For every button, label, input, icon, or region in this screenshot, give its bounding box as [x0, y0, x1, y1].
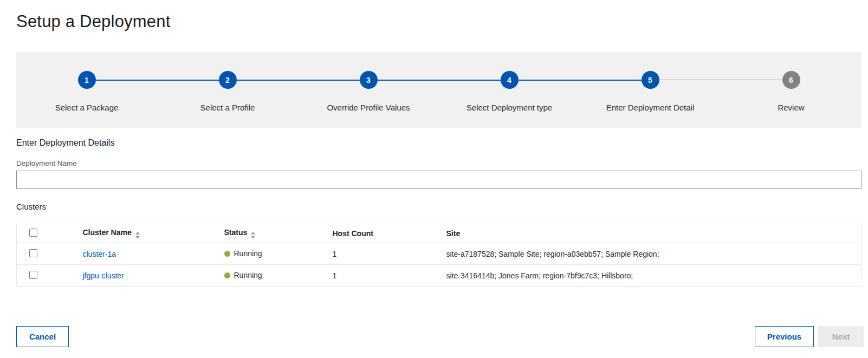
wizard-footer: Cancel Previous Next [16, 326, 864, 347]
deployment-name-input[interactable] [16, 171, 861, 189]
sort-icon[interactable] [251, 232, 255, 239]
column-header-host-count: Host Count [333, 229, 373, 238]
row-checkbox[interactable] [29, 271, 37, 279]
step-connector [157, 80, 219, 81]
step-connector [800, 80, 862, 81]
site-value: site-a7187528; Sample Site; region-a03eb… [446, 243, 861, 265]
step-select-package[interactable]: 1 Select a Package [16, 71, 157, 112]
step-override-profile-values[interactable]: 3 Override Profile Values [298, 71, 439, 112]
step-label: Enter Deployment Detail [606, 103, 695, 112]
step-review[interactable]: 6 Review [721, 71, 861, 112]
step-connector [16, 80, 78, 81]
select-all-checkbox[interactable] [29, 229, 37, 237]
step-connector [298, 80, 360, 81]
next-button[interactable]: Next [818, 326, 864, 347]
status-text: Running [234, 271, 262, 279]
host-count-value: 1 [333, 265, 446, 287]
step-connector [96, 80, 158, 81]
step-enter-deployment-detail[interactable]: 5 Enter Deployment Detail [580, 71, 721, 112]
status-text: Running [234, 249, 262, 258]
section-heading-enter-deployment-details: Enter Deployment Details [16, 138, 861, 148]
row-checkbox[interactable] [29, 249, 37, 257]
step-track: 3 [298, 71, 439, 89]
page-title: Setup a Deployment [16, 12, 861, 31]
step-label: Select a Profile [200, 103, 255, 112]
step-connector [378, 80, 439, 81]
step-number-badge: 6 [782, 71, 800, 89]
table-header-row: Cluster Name Status Host Count Site [17, 224, 861, 243]
step-connector [580, 80, 642, 81]
status-running-dot-icon [224, 251, 230, 257]
status-badge: Running [224, 249, 262, 258]
wizard-stepper: 1 Select a Package 2 Select a Profile 3 … [16, 52, 861, 128]
cluster-name-link[interactable]: cluster-1a [83, 250, 116, 258]
status-running-dot-icon [224, 272, 230, 278]
step-connector [721, 80, 782, 80]
step-track: 1 [16, 71, 157, 89]
column-header-cluster-name[interactable]: Cluster Name [83, 228, 132, 237]
cluster-name-link[interactable]: jfgpu-cluster [83, 271, 124, 280]
host-count-value: 1 [333, 243, 446, 265]
step-track: 6 [721, 71, 861, 89]
step-connector [659, 80, 721, 80]
step-select-deployment-type[interactable]: 4 Select Deployment type [439, 71, 580, 112]
sort-icon[interactable] [135, 232, 140, 239]
step-label: Override Profile Values [327, 103, 410, 112]
column-header-site: Site [446, 229, 461, 238]
step-number-badge: 1 [78, 71, 96, 89]
step-connector [439, 80, 501, 81]
step-connector [237, 80, 299, 81]
step-label: Select a Package [55, 103, 119, 112]
clusters-heading: Clusters [16, 202, 861, 211]
step-select-profile[interactable]: 2 Select a Profile [157, 71, 298, 112]
table-row: cluster-1a Running 1 site-a7187528; Samp… [17, 243, 861, 265]
column-header-status[interactable]: Status [224, 228, 248, 237]
step-number-badge: 2 [219, 71, 237, 89]
site-value: site-3416414b; Jones Farm; region-7bf9c7… [446, 265, 861, 287]
step-number-badge: 4 [501, 71, 519, 89]
table-row: jfgpu-cluster Running 1 site-3416414b; J… [17, 265, 861, 287]
step-label: Select Deployment type [467, 103, 552, 112]
cancel-button[interactable]: Cancel [16, 326, 69, 347]
step-number-badge: 5 [642, 71, 659, 89]
deployment-name-label: Deployment Name [16, 159, 861, 167]
step-track: 4 [439, 71, 580, 89]
step-number-badge: 3 [360, 71, 378, 89]
status-badge: Running [224, 271, 262, 279]
clusters-table: Cluster Name Status Host Count Site clus… [16, 224, 861, 287]
previous-button[interactable]: Previous [755, 326, 814, 347]
step-track: 2 [157, 71, 298, 89]
step-track: 5 [580, 71, 721, 89]
setup-deployment-page: Setup a Deployment 1 Select a Package 2 … [0, 0, 868, 347]
step-label: Review [778, 103, 804, 112]
step-connector [519, 80, 580, 81]
